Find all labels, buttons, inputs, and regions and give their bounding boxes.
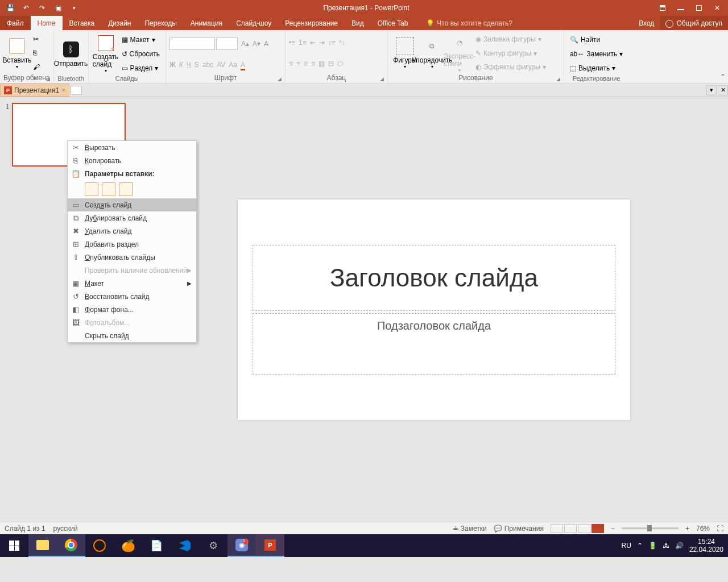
tab-slideshow[interactable]: Слайд-шоу bbox=[229, 16, 278, 30]
tab-review[interactable]: Рецензирование bbox=[278, 16, 345, 30]
slide-editor[interactable]: Заголовок слайда Подзаголовок слайда bbox=[140, 97, 728, 522]
spacing-icon[interactable]: AV bbox=[217, 61, 225, 69]
cm-layout[interactable]: ▦Макет▶ bbox=[68, 277, 196, 290]
paste-button[interactable]: Вставить ▾ bbox=[3, 32, 31, 74]
tray-arrow-icon[interactable]: ⌃ bbox=[637, 542, 643, 550]
tray-battery-icon[interactable]: 🔋 bbox=[648, 542, 657, 550]
share-button[interactable]: Общий доступ bbox=[660, 16, 728, 30]
tray-network-icon[interactable]: 🖧 bbox=[663, 542, 669, 550]
cm-format-bg[interactable]: ◧Формат фона... bbox=[68, 303, 196, 316]
increase-indent-icon[interactable]: ⇥ bbox=[319, 39, 325, 47]
strike-icon[interactable]: S bbox=[195, 61, 199, 69]
line-spacing-icon[interactable]: ↕≡ bbox=[328, 39, 336, 47]
format-painter-button[interactable]: 🖌 bbox=[31, 62, 42, 72]
cm-duplicate[interactable]: ⧉Дублировать слайд bbox=[68, 211, 196, 225]
launcher-icon[interactable]: ◢ bbox=[46, 76, 50, 82]
comments-button[interactable]: 💬 Примечания bbox=[494, 525, 544, 533]
cm-restore[interactable]: ↺Восстановить слайд bbox=[68, 290, 196, 303]
tab-officetab[interactable]: Office Tab bbox=[371, 16, 415, 30]
start-button[interactable] bbox=[0, 534, 28, 557]
columns-icon[interactable]: ▥ bbox=[318, 60, 325, 68]
minimize-button[interactable] bbox=[672, 2, 689, 14]
tab-list-button[interactable]: ▾ bbox=[706, 85, 717, 95]
underline-icon[interactable]: Ч bbox=[187, 61, 191, 69]
language-indicator[interactable]: русский bbox=[53, 525, 78, 533]
notes-button[interactable]: ≐ Заметки bbox=[453, 525, 487, 533]
taskbar-app3[interactable]: 📄 bbox=[142, 534, 171, 557]
zoom-out-button[interactable]: − bbox=[611, 525, 615, 533]
shape-outline-button[interactable]: ✎ Контур фигуры ▾ bbox=[473, 48, 548, 59]
zoom-slider[interactable] bbox=[622, 527, 679, 529]
cut-button[interactable]: ✂ bbox=[31, 34, 42, 44]
tray-language[interactable]: RU bbox=[622, 542, 631, 550]
tray-volume-icon[interactable]: 🔊 bbox=[675, 542, 684, 550]
tab-insert[interactable]: Вставка bbox=[63, 16, 102, 30]
italic-icon[interactable]: К bbox=[179, 61, 183, 69]
shape-fill-button[interactable]: ◉ Заливка фигуры ▾ bbox=[473, 34, 548, 44]
title-placeholder[interactable]: Заголовок слайда bbox=[253, 245, 615, 311]
text-direction-icon[interactable]: ᴬ↓ bbox=[339, 39, 345, 47]
maximize-button[interactable] bbox=[690, 2, 708, 14]
zoom-level[interactable]: 76% bbox=[696, 525, 710, 533]
cm-cut[interactable]: ✂Вырезать bbox=[68, 141, 196, 154]
quick-styles-button[interactable]: ◔Экспресс-стили▾ bbox=[446, 32, 473, 74]
tell-me-search[interactable]: 💡 Что вы хотите сделать? bbox=[415, 16, 633, 30]
bluetooth-send-button[interactable]: ᛒ Отправить bbox=[57, 32, 85, 75]
login-link[interactable]: Вход bbox=[633, 16, 660, 30]
collapse-ribbon-icon[interactable]: ⌃ bbox=[718, 70, 728, 83]
undo-icon[interactable]: ↶ bbox=[22, 3, 31, 13]
tab-file[interactable]: Файл bbox=[0, 16, 31, 30]
arrange-button[interactable]: ⧉Упорядочить▾ bbox=[419, 32, 446, 74]
taskbar-chrome[interactable] bbox=[57, 534, 85, 557]
paste-option-source[interactable] bbox=[102, 182, 115, 196]
cm-add-section[interactable]: ⊞Добавить раздел bbox=[68, 238, 196, 251]
taskbar-powerpoint[interactable]: P bbox=[256, 534, 284, 557]
fit-window-button[interactable]: ⛶ bbox=[717, 525, 723, 533]
taskbar-settings[interactable]: ⚙ bbox=[199, 534, 228, 557]
bold-icon[interactable]: Ж bbox=[169, 61, 176, 69]
close-button[interactable] bbox=[709, 2, 726, 14]
tab-transitions[interactable]: Переходы bbox=[138, 16, 183, 30]
slide-canvas[interactable]: Заголовок слайда Подзаголовок слайда bbox=[238, 199, 630, 420]
cm-hide[interactable]: Скрыть слайд bbox=[68, 329, 196, 342]
select-button[interactable]: ⬚ Выделить ▾ bbox=[568, 63, 625, 73]
cm-copy[interactable]: ⎘Копировать bbox=[68, 154, 196, 167]
tab-view[interactable]: Вид bbox=[345, 16, 371, 30]
increase-font-icon[interactable]: A▴ bbox=[241, 40, 249, 48]
font-color-icon[interactable]: A bbox=[241, 61, 245, 69]
launcher-icon[interactable]: ◢ bbox=[278, 76, 282, 82]
taskbar-explorer[interactable] bbox=[28, 534, 57, 557]
redo-icon[interactable]: ↷ bbox=[38, 3, 47, 13]
find-button[interactable]: 🔍 Найти bbox=[568, 35, 625, 45]
new-slide-button[interactable]: ✦ Создать слайд ▾ bbox=[92, 32, 119, 75]
paste-option-theme[interactable] bbox=[85, 182, 98, 196]
shapes-button[interactable]: Фигуры▾ bbox=[391, 32, 419, 74]
save-icon[interactable]: 💾 bbox=[6, 3, 15, 13]
subtitle-placeholder[interactable]: Подзаголовок слайда bbox=[253, 313, 615, 375]
start-slideshow-icon[interactable]: ▣ bbox=[53, 3, 63, 13]
reset-button[interactable]: ↺ Сбросить bbox=[119, 49, 162, 59]
taskbar-discord[interactable]: ◉1 bbox=[228, 534, 256, 557]
ribbon-display-icon[interactable] bbox=[654, 2, 671, 14]
bullets-icon[interactable]: •≡ bbox=[289, 39, 295, 47]
smartart-icon[interactable]: ⬡ bbox=[337, 60, 343, 68]
justify-icon[interactable]: ≡ bbox=[311, 60, 315, 68]
taskbar-app2[interactable]: 🍊 bbox=[114, 534, 142, 557]
sorter-view-button[interactable] bbox=[564, 524, 577, 533]
font-name-input[interactable] bbox=[169, 38, 215, 50]
copy-button[interactable]: ⎘ bbox=[31, 48, 42, 58]
decrease-font-icon[interactable]: A▾ bbox=[253, 40, 260, 48]
cm-delete[interactable]: ✖Удалить слайд bbox=[68, 225, 196, 238]
cm-publish[interactable]: ⇪Опубликовать слайды bbox=[68, 251, 196, 264]
align-text-icon[interactable]: ⊟ bbox=[328, 60, 334, 68]
section-button[interactable]: ▭ Раздел ▾ bbox=[119, 63, 162, 73]
slideshow-view-button[interactable] bbox=[592, 524, 604, 533]
replace-button[interactable]: ab↔ Заменить ▾ bbox=[568, 49, 625, 59]
reading-view-button[interactable] bbox=[578, 524, 590, 533]
launcher-icon[interactable]: ◢ bbox=[380, 76, 384, 82]
zoom-in-button[interactable]: + bbox=[685, 525, 689, 533]
tab-home[interactable]: Home bbox=[31, 16, 63, 30]
launcher-icon[interactable]: ◢ bbox=[556, 76, 560, 82]
align-right-icon[interactable]: ≡ bbox=[304, 60, 308, 68]
document-tab[interactable]: P Презентация1 × bbox=[0, 84, 69, 97]
